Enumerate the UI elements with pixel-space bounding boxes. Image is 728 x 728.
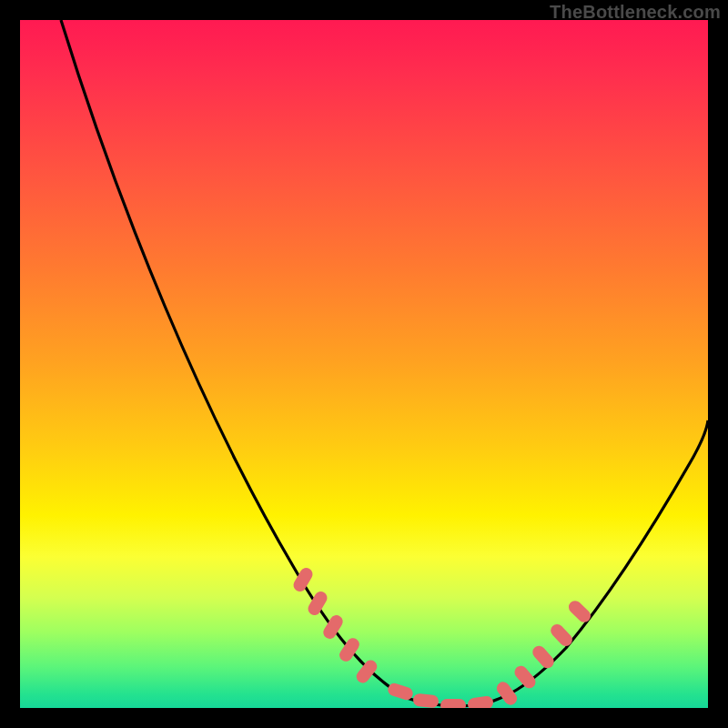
svg-rect-9 bbox=[494, 680, 520, 708]
svg-rect-12 bbox=[548, 622, 575, 649]
marker-cluster-left bbox=[291, 565, 379, 685]
svg-rect-11 bbox=[530, 643, 556, 671]
svg-rect-5 bbox=[387, 682, 415, 702]
chart-plot-area bbox=[20, 20, 708, 708]
svg-rect-6 bbox=[412, 693, 439, 708]
svg-rect-7 bbox=[440, 699, 466, 708]
chart-frame: TheBottleneck.com bbox=[0, 0, 728, 728]
svg-rect-8 bbox=[467, 695, 494, 708]
bottleneck-curve bbox=[20, 20, 708, 708]
svg-rect-4 bbox=[354, 658, 379, 686]
marker-cluster-right bbox=[494, 598, 593, 707]
watermark-text: TheBottleneck.com bbox=[550, 2, 721, 23]
curve-path bbox=[61, 20, 708, 706]
